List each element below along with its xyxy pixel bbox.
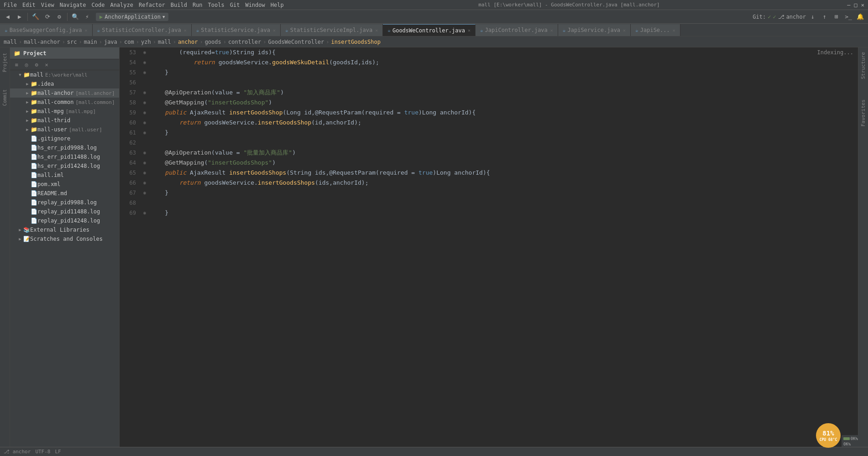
tab-close-statisticservice[interactable]: ✕ [273,28,276,33]
menu-build[interactable]: Build [171,2,187,8]
bc-anchor[interactable]: anchor [178,39,198,45]
tab-close-statisticserviceimpl[interactable]: ✕ [375,28,378,33]
menu-file[interactable]: File [4,2,17,8]
bc-yzh[interactable]: yzh [141,39,151,45]
tab-baseswagger[interactable]: ☕ BaseSwaggerConfig.java ✕ [0,24,93,36]
tree-item-mallthrid[interactable]: ▶ 📁 mall-thrid [10,116,119,125]
minimize-button[interactable]: — [847,2,850,8]
bc-mall[interactable]: mall [4,39,17,45]
code-line-58: 58 ◉ @GetMapping("insertGoodsShop") [120,98,858,108]
indexing-status: Indexing... [817,49,853,56]
java-file-icon-8: ☕ [635,27,638,33]
tab-close-japiservice[interactable]: ✕ [623,28,626,33]
notifications-button[interactable]: 🔔 [855,12,865,22]
tree-item-replay1[interactable]: 📄 replay_pid9988.log [10,198,119,207]
bc-mallanchor[interactable]: mall-anchor [24,39,60,45]
code-line-69: 69 ◉ } [120,208,858,218]
panel-settings-button[interactable]: ⚙ [32,60,41,69]
tab-goodswecontroller[interactable]: ☕ GoodsWeController.java ✕ [383,24,476,36]
back-button[interactable]: ◀ [3,12,13,22]
gutter-69: ◉ [141,208,148,218]
tree-item-pomxml[interactable]: 📄 pom.xml [10,180,119,189]
tree-item-idea[interactable]: ▶ 📁 .idea [10,79,119,88]
tree-item-malliml[interactable]: 📄 mall.iml [10,171,119,180]
menu-view[interactable]: View [41,2,54,8]
terminal-button[interactable]: >_ [843,12,853,22]
bc-java[interactable]: java [104,39,117,45]
tree-item-mallcommon[interactable]: ▶ 📁 mall-common [mall.common] [10,98,119,107]
locate-file-button[interactable]: ◎ [22,60,31,69]
menu-git[interactable]: Git [230,2,240,8]
menu-help[interactable]: Help [271,2,284,8]
tree-item-malluser[interactable]: ▶ 📁 mall-user [mall.user] [10,125,119,134]
line-number-67: 67 [120,188,141,198]
favorites-tool-button[interactable]: Favorites [859,97,867,130]
menu-bar[interactable]: File Edit View Navigate Code Analyze Ref… [4,2,284,8]
tab-close-japise[interactable]: ✕ [673,28,675,33]
tab-japise[interactable]: ☕ JapiSe... ✕ [631,24,680,36]
tree-item-external-libs[interactable]: ▶ 📚 External Libraries [10,225,119,234]
file-icon-replay1: 📄 [30,199,37,206]
tree-item-hserr2[interactable]: 📄 hs_err_pid11488.log [10,152,119,161]
collapse-all-button[interactable]: ≡ [12,60,21,69]
bc-src[interactable]: src [67,39,77,45]
menu-edit[interactable]: Edit [22,2,36,8]
bc-main[interactable]: main [84,39,97,45]
commit-tool-button[interactable]: Commit [1,86,8,109]
maximize-button[interactable]: □ [854,2,858,8]
line-number-59: 59 [120,108,141,118]
bc-goodswecontroller[interactable]: GoodsWeController [268,39,324,45]
menu-run[interactable]: Run [193,2,203,8]
tab-close-statisticcontroller[interactable]: ✕ [184,28,187,33]
window-controls[interactable]: — □ ✕ [847,2,864,8]
run-anything-button[interactable]: ⚡ [82,12,92,22]
project-tool-button[interactable]: Project [1,49,8,76]
tab-close-goodswecontroller[interactable]: ✕ [468,28,471,33]
line-number-58: 58 [120,98,141,108]
bc-com[interactable]: com [124,39,134,45]
tree-item-replay2[interactable]: 📄 replay_pid11488.log [10,207,119,216]
project-panel-title: Project [23,50,47,57]
tree-item-readme[interactable]: 📄 README.md [10,189,119,198]
menu-window[interactable]: Window [245,2,265,8]
tab-close-japicontroller[interactable]: ✕ [550,28,553,33]
close-button[interactable]: ✕ [861,2,864,8]
tab-statisticserviceimpl[interactable]: ☕ StatisticServiceImpl.java ✕ [281,24,383,36]
menu-code[interactable]: Code [92,2,105,8]
bc-mall2[interactable]: mall [158,39,171,45]
run-configuration[interactable]: ▶ AnchorApplication ▼ [96,13,168,21]
tab-statisticservice[interactable]: ☕ StatisticService.java ✕ [192,24,281,36]
menu-analyze[interactable]: Analyze [110,2,133,8]
vcs-push-button[interactable]: ↑ [820,12,830,22]
panel-close-button[interactable]: ✕ [42,60,51,69]
menu-navigate[interactable]: Navigate [60,2,86,8]
menu-tools[interactable]: Tools [208,2,225,8]
tree-item-mallmpg[interactable]: ▶ 📁 mall-mpg [mall.mpg] [10,107,119,116]
structure-tool-button[interactable]: Structure [859,49,867,82]
search-everywhere-button[interactable]: 🔍 [70,12,80,22]
tree-item-replay3[interactable]: 📄 replay_pid14248.log [10,216,119,225]
tree-item-hserr1[interactable]: 📄 hs_err_pid9988.log [10,143,119,152]
tree-item-hserr3[interactable]: 📄 hs_err_pid14248.log [10,161,119,171]
tree-item-mallanchor[interactable]: ▶ 📁 mall-anchor [mall.anchor] [10,88,119,98]
code-editor[interactable]: Indexing... 53 ◉ (required=true)String i… [120,47,858,456]
tree-item-gitignore[interactable]: 📄 .gitignore [10,134,119,143]
tab-statisticcontroller[interactable]: ☕ StatisticController.java ✕ [93,24,192,36]
tab-japicontroller[interactable]: ☕ JapiController.java ✕ [476,24,558,36]
bc-controller[interactable]: controller [228,39,261,45]
tree-item-mall[interactable]: ▼ 📁 mall E:\worker\mall [10,70,119,79]
settings-button[interactable]: ⚙ [54,12,64,22]
bc-goods[interactable]: goods [205,39,221,45]
build-button[interactable]: 🔨 [31,12,41,22]
tab-close-baseswagger[interactable]: ✕ [85,28,88,33]
tab-japiservice[interactable]: ☕ JapiService.java ✕ [558,24,631,36]
line-number-69: 69 [120,208,141,218]
git-check-1: ✓ [768,14,771,20]
bc-method[interactable]: insertGoodsShop [331,39,381,45]
menu-refactor[interactable]: Refactor [139,2,165,8]
sync-button[interactable]: ⟳ [42,12,52,22]
forward-button[interactable]: ▶ [15,12,25,22]
vcs-history-button[interactable]: ⊞ [831,12,842,22]
tree-item-scratches[interactable]: ▶ 📝 Scratches and Consoles [10,234,119,244]
vcs-update-button[interactable]: ↓ [808,12,818,22]
